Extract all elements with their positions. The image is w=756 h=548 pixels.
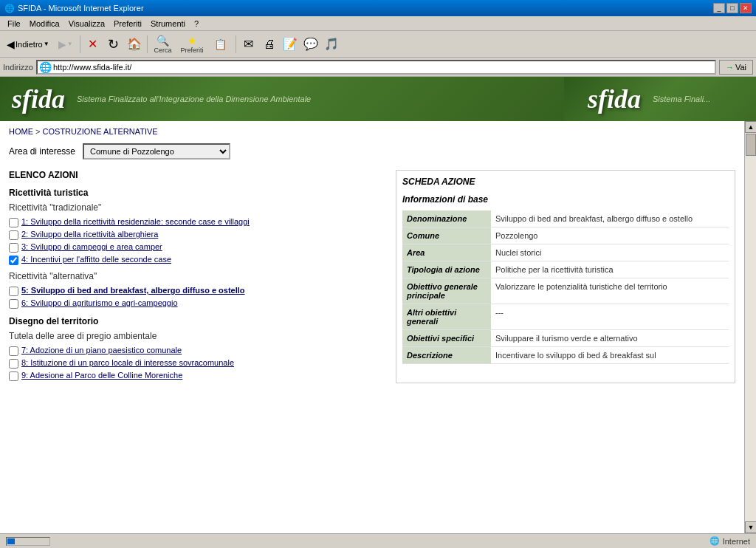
stop-button[interactable]: ✕ — [83, 35, 103, 54]
banner-logo-right: sfida — [576, 83, 653, 114]
label-obiettivo-gen: Obiettivo generale principale — [402, 278, 491, 304]
label-tipologia: Tipologia di azione — [402, 261, 491, 278]
breadcrumb-current[interactable]: COSTRUZIONE ALTERNATIVE — [43, 127, 158, 136]
table-row-obiettivi-spec: Obiettivi specifici Sviluppare il turism… — [402, 330, 729, 347]
print-button[interactable]: 🖨 — [260, 35, 279, 54]
edit-button[interactable]: 📝 — [281, 35, 300, 54]
title-bar: 🌐 SFIDA - Microsoft Internet Explorer _ … — [0, 0, 756, 16]
label-denominazione: Denominazione — [402, 210, 491, 227]
menu-strumenti[interactable]: Strumenti — [146, 18, 190, 30]
refresh-icon: ↻ — [108, 36, 119, 52]
home-icon: 🏠 — [127, 37, 142, 51]
label-descrizione: Descrizione — [402, 347, 491, 364]
status-bar: 🌐 Internet — [0, 533, 756, 548]
history-icon: 📋 — [214, 38, 227, 50]
menu-modifica[interactable]: Modifica — [25, 18, 64, 30]
address-label: Indirizzo — [3, 63, 33, 72]
content-area: HOME > COSTRUZIONE ALTERNATIVE Area di i… — [0, 121, 744, 533]
scroll-up-button[interactable]: ▲ — [745, 121, 756, 133]
action-link-6[interactable]: 6: Sviluppo di agriturismo e agri-campeg… — [21, 298, 178, 307]
checkbox-6[interactable] — [9, 299, 18, 309]
value-area: Nuclei storici — [491, 244, 729, 261]
back-button[interactable]: ◀ Indietro ▼ — [3, 35, 53, 54]
action-link-9[interactable]: 9: Adesione al Parco delle Colline Moren… — [21, 371, 182, 380]
go-button[interactable]: → Vai — [719, 60, 753, 75]
action-item-6: 6: Sviluppo di agriturismo e agri-campeg… — [9, 298, 388, 309]
action-item-2: 2: Sviluppo della ricettività alberghier… — [9, 230, 388, 240]
main-container: HOME > COSTRUZIONE ALTERNATIVE Area di i… — [0, 121, 756, 533]
table-row-comune: Comune Pozzolengo — [402, 227, 729, 244]
forward-dropdown-icon[interactable]: ▼ — [67, 41, 73, 47]
action-link-8[interactable]: 8: Istituzione di un parco locale di int… — [21, 358, 234, 367]
forward-button[interactable]: ▶ ▼ — [55, 35, 77, 54]
favorites-button[interactable]: ★ Preferiti — [177, 33, 207, 55]
media-button[interactable]: 🎵 — [322, 35, 341, 54]
breadcrumb-home[interactable]: HOME — [9, 127, 33, 136]
search-button[interactable]: 🔍 Cerca — [151, 33, 176, 55]
banner-right: sfida Sistema Finali... — [564, 77, 756, 121]
address-input[interactable] — [53, 63, 713, 72]
checkbox-9[interactable] — [9, 371, 18, 381]
menu-file[interactable]: File — [3, 18, 25, 30]
checkbox-4[interactable] — [9, 256, 18, 265]
scroll-track[interactable] — [745, 133, 756, 521]
progress-empty — [16, 538, 23, 544]
checkbox-1[interactable] — [9, 218, 18, 227]
banner-tagline-right: Sistema Finali... — [653, 95, 710, 103]
minimize-button[interactable]: _ — [713, 3, 725, 13]
checkbox-2[interactable] — [9, 230, 18, 240]
star-icon: ★ — [188, 35, 197, 47]
action-item-7: 7: Adozione di un piano paesistico comun… — [9, 346, 388, 356]
close-button[interactable]: ✕ — [740, 3, 752, 13]
scroll-down-button[interactable]: ▼ — [745, 521, 756, 533]
action-link-3[interactable]: 3: Sviluppo di campeggi e area camper — [21, 242, 162, 251]
history-button[interactable]: 📋 — [209, 33, 233, 55]
back-label: Indietro — [16, 40, 43, 49]
toolbar-separator-2 — [147, 35, 148, 53]
checkbox-8[interactable] — [9, 359, 18, 369]
scrollbar[interactable]: ▲ ▼ — [744, 121, 756, 533]
action-item-8: 8: Istituzione di un parco locale di int… — [9, 358, 388, 369]
tutela-aree-title: Tutela delle aree di pregio ambientale — [9, 331, 388, 341]
menu-preferiti[interactable]: Preferiti — [109, 18, 146, 30]
area-interest-label: Area di interesse — [9, 146, 75, 157]
refresh-button[interactable]: ↻ — [104, 35, 123, 54]
status-left — [6, 537, 709, 546]
mail-button[interactable]: ✉ — [239, 35, 258, 54]
ricettivita-tradizionale-title: Ricettività "tradizionale" — [9, 202, 388, 213]
left-panel: ELENCO AZIONI Ricettività turistica Rice… — [9, 170, 396, 383]
action-link-2[interactable]: 2: Sviluppo della ricettività alberghier… — [21, 230, 158, 239]
scheda-azione-title: SCHEDA AZIONE — [402, 177, 729, 187]
toolbar-separator-1 — [80, 35, 80, 53]
progress-bar — [6, 537, 50, 546]
browser-icon: 🌐 — [4, 4, 15, 13]
menu-visualizza[interactable]: Visualizza — [64, 18, 109, 30]
ricettivita-turistica-title: Ricettività turistica — [9, 188, 388, 198]
action-link-5[interactable]: 5: Sviluppo di bed and breakfast, alberg… — [21, 286, 245, 295]
area-interest-select[interactable]: Comune di Pozzolengo Comune di Desenzano… — [83, 143, 230, 160]
checkbox-7[interactable] — [9, 346, 18, 356]
back-arrow-icon: ◀ — [7, 38, 15, 50]
action-link-1[interactable]: 1: Sviluppo della ricettività residenzia… — [21, 217, 250, 226]
print-icon: 🖨 — [264, 38, 275, 51]
maximize-button[interactable]: □ — [726, 3, 738, 13]
home-button[interactable]: 🏠 — [125, 35, 144, 54]
label-area: Area — [402, 244, 491, 261]
menu-help[interactable]: ? — [190, 18, 203, 30]
checkbox-5[interactable] — [9, 287, 18, 296]
window-title: SFIDA - Microsoft Internet Explorer — [18, 4, 144, 13]
ricettivita-alternativa-title: Ricettività "alternativa" — [9, 271, 388, 281]
label-obiettivi-spec: Obiettivi specifici — [402, 330, 491, 347]
table-row-descrizione: Descrizione Incentivare lo sviluppo di b… — [402, 347, 729, 364]
checkbox-3[interactable] — [9, 243, 18, 253]
action-link-7[interactable]: 7: Adozione di un piano paesistico comun… — [21, 346, 182, 355]
favorites-label: Preferiti — [181, 47, 204, 54]
discuss-button[interactable]: 💬 — [301, 35, 320, 54]
action-link-4[interactable]: 4: Incentivi per l'affitto delle seconde… — [21, 255, 171, 264]
address-input-wrap: 🌐 — [36, 60, 716, 75]
back-dropdown-icon[interactable]: ▼ — [44, 41, 49, 47]
table-row-altri-obiettivi: Altri obiettivi generali --- — [402, 304, 729, 330]
scroll-thumb[interactable] — [746, 134, 756, 156]
status-zone: 🌐 Internet — [709, 536, 750, 546]
breadcrumb: HOME > COSTRUZIONE ALTERNATIVE — [9, 127, 735, 136]
